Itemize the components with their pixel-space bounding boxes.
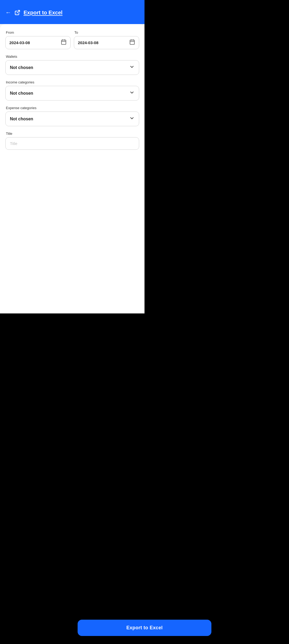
wallets-value: Not chosen [10, 65, 33, 70]
expense-label: Expense categories [6, 106, 139, 110]
svg-line-0 [17, 10, 20, 13]
from-date-group: From 2024-03-08 [5, 30, 71, 49]
title-input[interactable] [5, 137, 139, 150]
app-container: ← Export to Excel From 2024-03-08 [0, 0, 144, 322]
external-link-icon [14, 10, 20, 16]
from-date-input[interactable]: 2024-03-08 [5, 36, 71, 49]
expense-value: Not chosen [10, 117, 33, 121]
svg-rect-1 [62, 40, 66, 45]
back-button[interactable]: ← [5, 9, 11, 16]
to-calendar-icon [129, 39, 135, 46]
wallets-label: Wallets [6, 55, 139, 59]
bottom-bar [0, 313, 144, 322]
svg-rect-5 [130, 40, 135, 45]
to-label: To [74, 30, 139, 34]
income-dropdown[interactable]: Not chosen [5, 86, 139, 101]
income-chevron-icon [129, 90, 135, 97]
header: ← Export to Excel [0, 0, 144, 24]
page-title: Export to Excel [24, 10, 63, 16]
to-date-value: 2024-03-08 [78, 40, 98, 45]
title-label: Title [6, 132, 139, 136]
main-content: From 2024-03-08 To 202 [0, 24, 144, 313]
wallets-dropdown[interactable]: Not chosen [5, 60, 139, 75]
income-value: Not chosen [10, 91, 33, 96]
to-date-input[interactable]: 2024-03-08 [74, 36, 139, 49]
income-label: Income categories [6, 80, 139, 84]
from-label: From [6, 30, 71, 34]
from-date-value: 2024-03-08 [9, 40, 30, 45]
expense-group: Expense categories Not chosen [5, 106, 139, 126]
income-group: Income categories Not chosen [5, 80, 139, 101]
expense-dropdown[interactable]: Not chosen [5, 112, 139, 126]
expense-chevron-icon [129, 116, 135, 122]
from-calendar-icon [61, 39, 67, 46]
wallets-chevron-icon [129, 64, 135, 71]
title-group: Title [5, 132, 139, 150]
to-date-group: To 2024-03-08 [74, 30, 139, 49]
wallets-group: Wallets Not chosen [5, 55, 139, 75]
date-row: From 2024-03-08 To 202 [5, 30, 139, 49]
